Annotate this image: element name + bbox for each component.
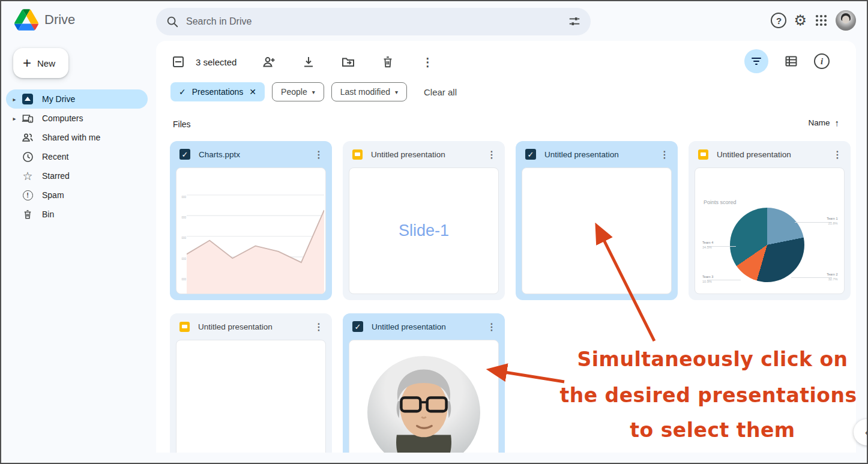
pie-label-team3: Team 310.9% bbox=[702, 274, 713, 285]
spam-icon: ! bbox=[22, 189, 34, 201]
sidebar-nav: ▸ My Drive ▸ Computers Shared with me Re… bbox=[6, 89, 148, 224]
search-input[interactable] bbox=[186, 16, 568, 27]
top-bar: Drive ? ⚙ bbox=[1, 1, 867, 41]
pie-label-team4: Team 434.5% bbox=[702, 240, 713, 250]
share-add-person-icon[interactable] bbox=[262, 55, 276, 69]
pie-label-team1: Team 121.8% bbox=[827, 216, 838, 226]
file-card-untitled-1[interactable]: Untitled presentation ⋮ Slide-1 bbox=[343, 141, 505, 300]
sidebar-item-shared-with-me[interactable]: Shared with me bbox=[6, 128, 148, 147]
file-card-untitled-4[interactable]: Untitled presentation ⋮ bbox=[170, 313, 332, 453]
search-icon bbox=[166, 15, 179, 28]
portrait-photo bbox=[367, 356, 480, 453]
file-card-untitled-5[interactable]: ✓ Untitled presentation ⋮ bbox=[343, 313, 505, 453]
area-chart-y-ticks: 000 000 000 000 000 bbox=[178, 172, 187, 294]
move-to-folder-icon[interactable] bbox=[341, 55, 355, 69]
sort-by-name[interactable]: Name ↑ bbox=[808, 118, 839, 128]
advanced-search-icon[interactable] bbox=[568, 15, 581, 28]
main-panel: 3 selected ⋮ i ✓ Presentations ✕ People … bbox=[156, 41, 856, 453]
expand-arrow-icon[interactable]: ▸ bbox=[10, 115, 19, 122]
more-options-icon[interactable]: ⋮ bbox=[313, 149, 325, 160]
header-actions: ? ⚙ bbox=[771, 10, 856, 31]
file-thumbnail-pie-chart: Points scored Team 121.8% Team 232.7% Te… bbox=[695, 167, 845, 294]
sidebar-item-bin[interactable]: Bin bbox=[6, 205, 148, 224]
sidebar-item-recent[interactable]: Recent bbox=[6, 147, 148, 166]
drive-logo[interactable]: Drive bbox=[14, 9, 75, 31]
sort-ascending-icon: ↑ bbox=[835, 118, 840, 128]
new-button-label: New bbox=[37, 58, 55, 68]
settings-gear-icon[interactable]: ⚙ bbox=[794, 13, 807, 28]
file-thumbnail-portrait-photo bbox=[349, 340, 499, 453]
google-slides-icon bbox=[352, 149, 363, 160]
search-bar[interactable] bbox=[156, 8, 591, 35]
chip-presentations[interactable]: ✓ Presentations ✕ bbox=[170, 82, 265, 101]
more-options-icon[interactable]: ⋮ bbox=[486, 321, 498, 333]
area-chart-plot bbox=[187, 172, 324, 294]
new-button[interactable]: + New bbox=[13, 48, 68, 78]
google-slides-icon bbox=[698, 149, 708, 160]
chevron-down-icon: ▾ bbox=[395, 89, 398, 95]
selection-toolbar: 3 selected ⋮ bbox=[173, 51, 435, 73]
file-thumbnail-area-chart: 000 000 000 000 000 bbox=[176, 167, 326, 294]
files-heading: Files bbox=[173, 119, 191, 129]
selected-count: 3 selected bbox=[196, 57, 237, 67]
shared-people-icon bbox=[22, 131, 34, 143]
sidebar-item-starred[interactable]: ☆ Starred bbox=[6, 166, 148, 185]
file-thumbnail-blank bbox=[522, 167, 672, 294]
file-thumbnail-slide: Slide-1 bbox=[349, 167, 499, 294]
file-card-untitled-3[interactable]: Untitled presentation ⋮ Points scored Te… bbox=[689, 141, 851, 300]
pie-label-team2: Team 232.7% bbox=[827, 272, 838, 282]
check-icon: ✓ bbox=[179, 87, 186, 97]
more-options-icon[interactable]: ⋮ bbox=[313, 321, 325, 333]
plus-icon: + bbox=[23, 56, 31, 70]
view-controls: i bbox=[744, 49, 830, 73]
chip-last-modified[interactable]: Last modified ▾ bbox=[331, 82, 407, 101]
file-thumbnail-blank bbox=[176, 340, 326, 453]
pie-chart bbox=[730, 208, 804, 282]
trash-icon[interactable] bbox=[381, 55, 395, 69]
pie-chart-title: Points scored bbox=[704, 199, 737, 205]
filter-icon[interactable] bbox=[744, 49, 768, 73]
info-icon[interactable]: i bbox=[814, 53, 830, 69]
more-options-icon[interactable]: ⋮ bbox=[831, 149, 843, 160]
download-icon[interactable] bbox=[301, 55, 316, 69]
drive-window: Drive ? ⚙ + New ▸ My Drive ▸ bbox=[0, 0, 868, 464]
filter-chips-row: ✓ Presentations ✕ People ▾ Last modified… bbox=[170, 82, 457, 101]
more-actions-icon[interactable]: ⋮ bbox=[420, 55, 435, 69]
google-slides-icon bbox=[179, 322, 190, 332]
area-fill bbox=[187, 210, 324, 294]
drive-triangle-icon bbox=[14, 9, 38, 31]
slide-title-text: Slide-1 bbox=[349, 168, 498, 294]
list-view-icon[interactable] bbox=[784, 54, 798, 68]
account-avatar[interactable] bbox=[836, 10, 856, 31]
checked-checkbox-icon[interactable]: ✓ bbox=[179, 149, 190, 160]
help-icon[interactable]: ? bbox=[771, 13, 786, 28]
expand-arrow-icon[interactable]: ▸ bbox=[10, 96, 19, 103]
more-options-icon[interactable]: ⋮ bbox=[659, 149, 671, 160]
chevron-left-icon: ‹ bbox=[865, 426, 868, 439]
checked-checkbox-icon[interactable]: ✓ bbox=[525, 149, 536, 160]
sidebar-item-spam[interactable]: ! Spam bbox=[6, 185, 148, 205]
star-icon: ☆ bbox=[22, 170, 34, 182]
my-drive-icon bbox=[22, 93, 34, 105]
computers-icon bbox=[22, 112, 34, 124]
file-card-charts-pptx[interactable]: ✓ Charts.pptx ⋮ 000 000 000 000 000 bbox=[170, 141, 332, 300]
sidebar-item-computers[interactable]: ▸ Computers bbox=[6, 109, 148, 128]
select-all-indeterminate-checkbox[interactable] bbox=[173, 56, 184, 67]
sidebar-item-my-drive[interactable]: ▸ My Drive bbox=[6, 89, 148, 109]
sidebar: + New ▸ My Drive ▸ Computers Shared with… bbox=[1, 41, 156, 463]
recent-clock-icon bbox=[22, 151, 34, 163]
bin-trash-icon bbox=[22, 208, 34, 220]
more-options-icon[interactable]: ⋮ bbox=[486, 149, 498, 160]
checked-checkbox-icon[interactable]: ✓ bbox=[352, 321, 363, 332]
chevron-down-icon: ▾ bbox=[312, 89, 315, 95]
google-apps-grid-icon[interactable] bbox=[814, 13, 828, 28]
app-title: Drive bbox=[44, 12, 75, 28]
files-grid: ✓ Charts.pptx ⋮ 000 000 000 000 000 bbox=[170, 141, 851, 453]
remove-filter-icon[interactable]: ✕ bbox=[249, 87, 256, 97]
file-card-untitled-2[interactable]: ✓ Untitled presentation ⋮ bbox=[516, 141, 678, 300]
clear-all-button[interactable]: Clear all bbox=[424, 87, 457, 97]
chip-people[interactable]: People ▾ bbox=[272, 82, 324, 101]
